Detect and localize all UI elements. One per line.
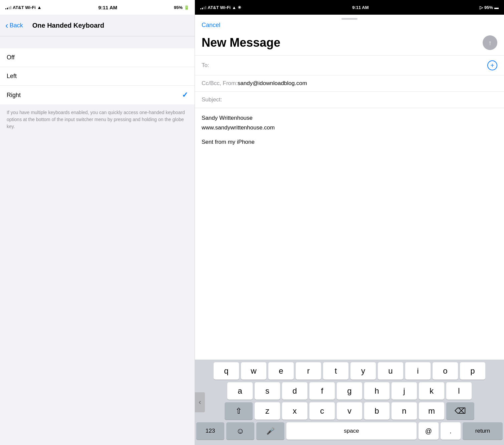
sheet-handle-area: [195, 15, 504, 22]
sheet-handle: [341, 18, 357, 20]
keyboard-row-2: a s d f g h j k l: [196, 382, 503, 400]
backspace-key[interactable]: ⌫: [446, 402, 474, 420]
compose-title: New Message: [202, 36, 280, 50]
space-key[interactable]: space: [286, 422, 417, 440]
right-loading-icon: ✳: [238, 5, 241, 10]
option-off[interactable]: Off: [0, 48, 195, 67]
key-y[interactable]: y: [350, 362, 376, 380]
option-off-label: Off: [7, 54, 15, 61]
right-time-label: 9:11 AM: [352, 5, 368, 10]
carrier-label: AT&T Wi-Fi: [13, 5, 36, 10]
wifi-icon: ▲: [37, 5, 42, 10]
key-g[interactable]: g: [337, 382, 362, 400]
cc-value: sandy@idownloadblog.com: [238, 80, 497, 87]
signature-name: Sandy Writtenhouse: [202, 113, 497, 122]
keyboard-row-1: q w e r t y u i o p: [196, 362, 503, 380]
info-text: If you have multiple keyboards enabled, …: [0, 104, 195, 135]
key-b[interactable]: b: [364, 402, 390, 420]
key-o[interactable]: o: [433, 362, 458, 380]
key-r[interactable]: r: [296, 362, 321, 380]
key-f[interactable]: f: [309, 382, 335, 400]
compose-header: Cancel: [195, 22, 504, 33]
key-d[interactable]: d: [282, 382, 307, 400]
battery-icon: 🔋: [184, 5, 189, 10]
right-signal-icon: [200, 5, 206, 9]
signature-website: www.sandywrittenhouse.com: [202, 123, 497, 132]
key-n[interactable]: n: [392, 402, 417, 420]
key-q[interactable]: q: [214, 362, 239, 380]
num-key[interactable]: 123: [196, 422, 224, 440]
key-k[interactable]: k: [419, 382, 444, 400]
key-w[interactable]: w: [241, 362, 266, 380]
at-key[interactable]: @: [419, 422, 439, 440]
key-l[interactable]: l: [446, 382, 472, 400]
key-u[interactable]: u: [378, 362, 403, 380]
right-location-icon: ▷: [480, 5, 483, 10]
battery-label: 95%: [174, 5, 183, 10]
key-x[interactable]: x: [282, 402, 307, 420]
key-p[interactable]: p: [460, 362, 485, 380]
subject-label: Subject:: [202, 96, 222, 103]
option-left-label: Left: [7, 73, 17, 80]
right-carrier-label: AT&T Wi-Fi: [208, 5, 231, 10]
send-button[interactable]: ↑: [483, 35, 497, 50]
compose-title-row: New Message ↑: [195, 33, 504, 55]
right-battery-icon: ▬: [494, 5, 499, 10]
key-i[interactable]: i: [405, 362, 431, 380]
return-key[interactable]: return: [463, 422, 503, 440]
time-label: 9:11 AM: [98, 5, 117, 10]
key-t[interactable]: t: [323, 362, 348, 380]
add-recipient-button[interactable]: +: [487, 60, 497, 70]
compose-body[interactable]: Sandy Writtenhouse www.sandywrittenhouse…: [195, 108, 504, 360]
to-label: To:: [202, 62, 218, 69]
status-bar-right: AT&T Wi-Fi ▲ ✳ 9:11 AM ▷ 95% ▬: [195, 0, 504, 15]
cancel-button[interactable]: Cancel: [202, 22, 220, 29]
emoji-key[interactable]: ☺: [226, 422, 254, 440]
option-left[interactable]: Left: [0, 67, 195, 86]
send-arrow-icon: ↑: [488, 39, 492, 47]
options-list: Off Left Right ✓: [0, 48, 195, 104]
cc-field-row[interactable]: Cc/Bcc, From: sandy@idownloadblog.com: [195, 75, 504, 92]
key-h[interactable]: h: [364, 382, 390, 400]
left-panel: AT&T Wi-Fi ▲ 9:11 AM 95% 🔋 Back One Hand…: [0, 0, 195, 445]
right-panel: AT&T Wi-Fi ▲ ✳ 9:11 AM ▷ 95% ▬ Cancel Ne…: [195, 0, 504, 445]
signal-icon: [5, 5, 11, 9]
right-battery-info: ▷ 95% ▬: [480, 5, 499, 10]
keyboard: ‹ q w e r t y u i o p a s d f g h j k l: [195, 360, 504, 445]
checkmark-icon: ✓: [182, 91, 188, 99]
compose-fields: To: + Cc/Bcc, From: sandy@idownloadblog.…: [195, 55, 504, 108]
right-wifi-icon: ▲: [232, 5, 236, 10]
status-bar-left: AT&T Wi-Fi ▲ 9:11 AM 95% 🔋: [0, 0, 195, 15]
back-label: Back: [10, 22, 23, 29]
section-header-spacer: [0, 36, 195, 48]
key-e[interactable]: e: [268, 362, 294, 380]
key-j[interactable]: j: [392, 382, 417, 400]
option-right[interactable]: Right ✓: [0, 86, 195, 104]
shift-key[interactable]: ⇧: [225, 402, 253, 420]
battery-info: 95% 🔋: [174, 5, 189, 10]
key-c[interactable]: c: [309, 402, 335, 420]
cc-label: Cc/Bcc, From:: [202, 80, 238, 87]
key-m[interactable]: m: [419, 402, 444, 420]
back-button[interactable]: Back: [5, 21, 23, 30]
mic-key[interactable]: 🎤: [256, 422, 284, 440]
key-v[interactable]: v: [337, 402, 362, 420]
to-field-row[interactable]: To: +: [195, 56, 504, 75]
option-right-label: Right: [7, 92, 21, 99]
nav-bar: Back One Handed Keyboard: [0, 15, 195, 36]
key-z[interactable]: z: [255, 402, 280, 420]
subject-field-row[interactable]: Subject:: [195, 92, 504, 108]
keyboard-left-arrow[interactable]: ‹: [195, 392, 205, 412]
right-status-left: AT&T Wi-Fi ▲ ✳: [200, 5, 241, 10]
period-key[interactable]: .: [441, 422, 461, 440]
key-s[interactable]: s: [255, 382, 280, 400]
signature-text: Sandy Writtenhouse www.sandywrittenhouse…: [202, 113, 497, 147]
key-a[interactable]: a: [227, 382, 253, 400]
keyboard-row-4: 123 ☺ 🎤 space @ . return: [196, 422, 503, 440]
keyboard-row-3: ⇧ z x c v b n m ⌫: [196, 402, 503, 420]
page-title: One Handed Keyboard: [32, 22, 104, 29]
signature-sent-from: Sent from my iPhone: [202, 137, 497, 146]
left-status-info: AT&T Wi-Fi ▲: [5, 5, 42, 10]
right-battery-pct: 95%: [484, 5, 493, 10]
chevron-left-icon: [5, 21, 8, 30]
